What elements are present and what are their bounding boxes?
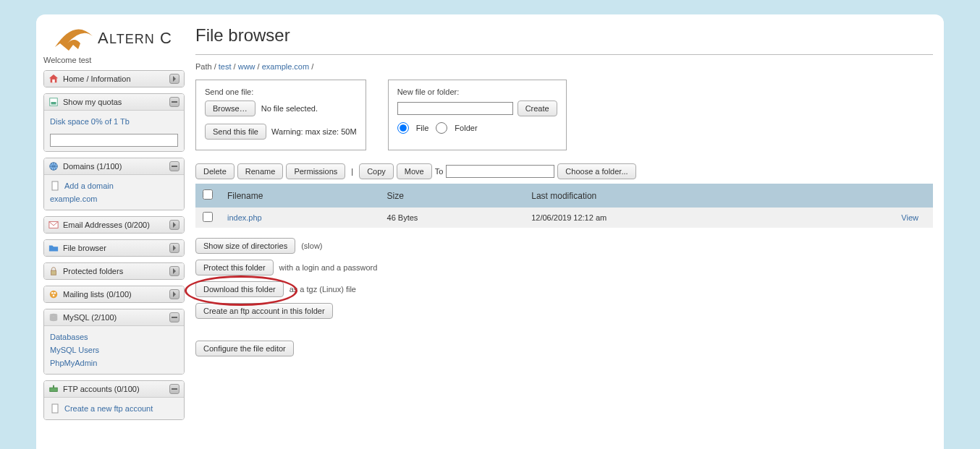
sidebar-item-mysql[interactable]: MySQL (2/100) <box>44 309 184 326</box>
sidebar-item-label: FTP accounts (0/100) <box>63 385 165 393</box>
disk-space-link[interactable]: Disk space 0% of 1 Tb <box>50 115 178 128</box>
create-ftp-link[interactable]: Create a new ftp account <box>64 402 153 415</box>
sidebar-item-filebrowser[interactable]: File browser <box>44 240 184 256</box>
quota-icon <box>48 97 59 107</box>
databases-link[interactable]: Databases <box>50 330 178 343</box>
separator: | <box>351 167 353 176</box>
svg-rect-8 <box>172 166 177 167</box>
mysql-users-link[interactable]: MySQL Users <box>50 343 178 356</box>
rename-button[interactable]: Rename <box>237 163 284 179</box>
to-label: To <box>435 167 444 176</box>
collapse-icon <box>169 312 179 322</box>
send-file-button[interactable]: Send this file <box>205 124 266 140</box>
sidebar-item-email[interactable]: Email Addresses (0/200) <box>44 217 184 233</box>
row-checkbox[interactable] <box>203 212 213 222</box>
svg-rect-9 <box>52 181 58 190</box>
add-domain-link[interactable]: Add a domain <box>64 179 114 192</box>
protect-folder-button[interactable]: Protect this folder <box>195 260 274 275</box>
upload-label: Send one file: <box>205 87 357 96</box>
disk-space-bar <box>50 134 178 147</box>
table-row: index.php 46 Bytes 12/06/2019 12:12 am V… <box>195 208 933 228</box>
chevron-right-icon <box>169 289 179 299</box>
page-title: File browser <box>195 25 933 55</box>
mail-icon <box>48 220 59 230</box>
show-size-button[interactable]: Show size of directories <box>195 238 295 254</box>
file-table: Filename Size Last modification index.ph… <box>195 184 933 228</box>
breadcrumb: Path / test / www / example.com / <box>195 62 933 71</box>
svg-rect-6 <box>172 101 177 103</box>
chevron-right-icon <box>169 243 179 253</box>
path-part[interactable]: example.com <box>262 62 309 71</box>
create-button[interactable]: Create <box>518 101 557 116</box>
svg-rect-5 <box>51 102 56 105</box>
logo: A LTERN C <box>53 22 176 52</box>
select-all-checkbox[interactable] <box>203 189 213 200</box>
file-radio-label: File <box>416 124 429 132</box>
sidebar-item-ftp[interactable]: FTP accounts (0/100) <box>44 381 184 398</box>
domain-example-link[interactable]: example.com <box>50 192 178 205</box>
svg-rect-11 <box>51 270 56 275</box>
file-icon <box>50 181 60 191</box>
svg-text:A: A <box>98 29 110 47</box>
welcome-text: Welcome test <box>43 56 185 64</box>
chevron-right-icon <box>169 74 179 84</box>
list-icon <box>48 289 59 299</box>
browse-button[interactable]: Browse… <box>205 101 255 116</box>
newfile-input[interactable] <box>397 102 513 115</box>
col-modified: Last modification <box>524 184 809 208</box>
download-note: as a tgz (Linux) file <box>290 285 356 294</box>
destination-input[interactable] <box>446 165 554 178</box>
move-button[interactable]: Move <box>397 163 432 179</box>
collapse-icon <box>169 384 179 394</box>
configure-editor-button[interactable]: Configure the file editor <box>195 341 294 356</box>
sidebar-item-protected[interactable]: Protected folders <box>44 263 184 279</box>
file-modified: 12/06/2019 12:12 am <box>524 208 809 228</box>
svg-text:C: C <box>160 29 172 47</box>
sidebar-item-label: Email Addresses (0/200) <box>63 221 165 229</box>
sidebar-item-domains[interactable]: Domains (1/100) <box>44 158 184 175</box>
svg-rect-3 <box>52 80 55 82</box>
folder-radio[interactable] <box>436 122 447 134</box>
upload-warning: Warning: max size: 50M <box>271 127 357 136</box>
file-radio[interactable] <box>397 122 409 134</box>
svg-rect-18 <box>50 388 58 391</box>
newfile-box: New file or folder: Create File Folder <box>388 80 567 150</box>
folder-radio-label: Folder <box>455 124 477 132</box>
path-part[interactable]: www <box>238 62 255 71</box>
view-link[interactable]: View <box>901 213 918 222</box>
sidebar-item-label: MySQL (2/100) <box>63 313 165 322</box>
sidebar-item-label: Protected folders <box>63 267 165 275</box>
sidebar-item-label: Show my quotas <box>63 98 165 106</box>
ftp-icon <box>48 384 59 394</box>
newfile-label: New file or folder: <box>397 87 557 96</box>
sidebar-item-quotas[interactable]: Show my quotas <box>44 94 184 111</box>
show-size-note: (slow) <box>301 241 322 250</box>
globe-icon <box>48 161 59 171</box>
chevron-right-icon <box>169 266 179 276</box>
sidebar-item-home[interactable]: Home / Information <box>44 71 184 87</box>
file-size: 46 Bytes <box>380 208 525 228</box>
file-link[interactable]: index.php <box>227 213 262 222</box>
path-part[interactable]: test <box>219 62 232 71</box>
database-icon <box>48 312 59 322</box>
svg-rect-17 <box>172 317 177 318</box>
collapse-icon <box>169 161 179 171</box>
svg-text:LTERN: LTERN <box>109 32 155 46</box>
svg-point-15 <box>53 294 55 296</box>
create-ftp-account-button[interactable]: Create an ftp account in this folder <box>195 303 333 319</box>
sidebar-item-label: Home / Information <box>63 74 165 83</box>
svg-point-14 <box>54 292 56 294</box>
col-size: Size <box>380 184 525 208</box>
svg-point-12 <box>50 291 58 299</box>
sidebar-item-label: File browser <box>63 244 165 252</box>
no-file-text: No file selected. <box>261 104 318 113</box>
download-folder-button[interactable]: Download this folder <box>195 281 284 297</box>
delete-button[interactable]: Delete <box>195 163 235 179</box>
copy-button[interactable]: Copy <box>359 163 394 179</box>
phpmyadmin-link[interactable]: PhpMyAdmin <box>50 356 178 369</box>
protect-note: with a login and a password <box>279 263 378 272</box>
chevron-right-icon <box>169 220 179 230</box>
choose-folder-button[interactable]: Choose a folder... <box>557 163 635 179</box>
permissions-button[interactable]: Permissions <box>286 163 345 179</box>
sidebar-item-mailing[interactable]: Mailing lists (0/100) <box>44 286 184 302</box>
